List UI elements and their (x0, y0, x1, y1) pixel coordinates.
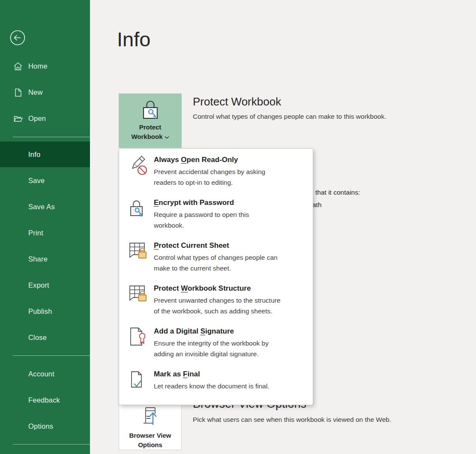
pencil-blocked-icon (128, 155, 149, 177)
sidebar-item-print[interactable]: Print (0, 220, 90, 246)
menu-item-title: Protect Workbook Structure (154, 284, 308, 293)
sidebar-item-label: New (28, 88, 43, 96)
sidebar-item-label: Home (28, 62, 48, 70)
menu-item-title: Always Open Read-Only (154, 156, 308, 164)
sidebar-divider (13, 137, 90, 137)
inspect-partial-text-1: that it contains: (315, 189, 360, 196)
menu-item-encrypt-with-password[interactable]: Encrypt with Password Require a password… (119, 197, 314, 238)
menu-item-title: Protect Current Sheet (154, 241, 308, 250)
new-document-icon (13, 88, 23, 97)
menu-item-title: Add a Digital Signature (154, 327, 308, 336)
lock-key-large-icon (141, 99, 160, 123)
home-icon (13, 62, 23, 71)
protect-workbook-description: Control what types of changes people can… (193, 113, 386, 120)
page-title: Info (117, 27, 150, 51)
menu-item-description: Prevent unwanted changes to the structur… (154, 295, 308, 316)
sidebar-item-share[interactable]: Share (0, 246, 90, 272)
back-button[interactable] (9, 30, 26, 46)
browser-button-label: Browser View Options (123, 431, 178, 450)
menu-item-description: Ensure the integrity of the workbook by … (154, 338, 308, 359)
menu-item-mark-as-final[interactable]: Mark as Final Let readers know the docum… (119, 368, 314, 409)
browser-view-icon (140, 406, 161, 429)
protect-workbook-heading: Protect Workbook (193, 95, 281, 108)
sidebar-item-home[interactable]: Home (0, 53, 90, 79)
sidebar-item-save-as[interactable]: Save As (0, 194, 90, 220)
excel-backstage-view: Home New Open Info Save Sav (0, 0, 476, 454)
sidebar-item-export[interactable]: Export (0, 272, 90, 298)
backstage-sidebar: Home New Open Info Save Sav (0, 0, 90, 454)
menu-item-protect-workbook-structure[interactable]: Protect Workbook Structure Prevent unwan… (119, 283, 314, 324)
protect-workbook-button[interactable]: Protect Workbook (119, 93, 182, 148)
browser-view-options-description: Pick what users can see when this workbo… (193, 416, 391, 424)
sheet-lock-icon (128, 241, 149, 263)
workbook-lock-icon (128, 283, 149, 306)
sidebar-item-save[interactable]: Save (0, 168, 90, 194)
protect-button-label-2: Workbook (131, 132, 162, 141)
menu-item-description: Control what types of changes people can… (154, 252, 308, 274)
sidebar-item-new[interactable]: New (0, 79, 90, 105)
menu-item-description: Require a password to open this workbook… (154, 209, 308, 231)
protect-button-label-1: Protect (139, 123, 162, 132)
menu-item-title: Encrypt with Password (154, 198, 308, 207)
sidebar-divider (13, 355, 90, 356)
menu-item-protect-current-sheet[interactable]: Protect Current Sheet Control what types… (119, 240, 314, 281)
menu-item-always-open-read-only[interactable]: Always Open Read-Only Prevent accidental… (119, 154, 314, 195)
sidebar-item-feedback[interactable]: Feedback (0, 387, 90, 413)
sidebar-item-close[interactable]: Close (0, 325, 90, 351)
lock-key-icon (128, 198, 149, 220)
mark-final-icon (128, 369, 149, 391)
sidebar-item-label: Open (28, 114, 46, 123)
menu-item-description: Let readers know the document is final. (154, 381, 308, 402)
open-folder-icon (13, 114, 23, 123)
menu-item-description: Prevent accidental changes by asking rea… (154, 166, 308, 188)
sidebar-item-publish[interactable]: Publish (0, 298, 90, 325)
back-arrow-icon (9, 40, 26, 47)
sidebar-divider (13, 444, 90, 445)
protect-workbook-dropdown-menu: Always Open Read-Only Prevent accidental… (119, 148, 313, 405)
menu-item-add-digital-signature[interactable]: Add a Digital Signature Ensure the integ… (119, 325, 314, 367)
inspect-partial-text-2: ath (312, 201, 322, 209)
sidebar-item-options[interactable]: Options (0, 413, 90, 439)
sidebar-item-open[interactable]: Open (0, 105, 90, 132)
digital-signature-icon (128, 326, 149, 349)
menu-item-title: Mark as Final (154, 370, 308, 379)
chevron-down-icon (165, 133, 169, 141)
sidebar-item-account[interactable]: Account (0, 361, 90, 387)
sidebar-item-info[interactable]: Info (0, 141, 90, 167)
